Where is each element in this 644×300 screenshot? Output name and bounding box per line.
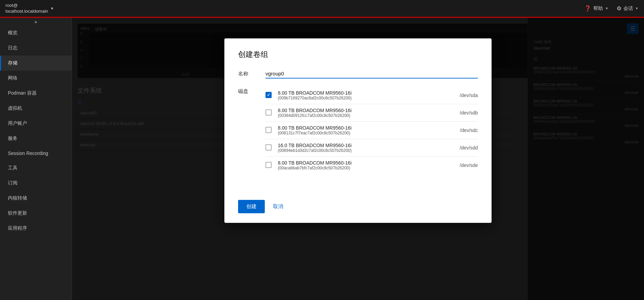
name-form-row: 名称: [238, 69, 478, 79]
name-input[interactable]: [265, 69, 478, 79]
disk-item-2: ✓ 8.00 TB BROADCOM MR9560-16i (008131c7f…: [265, 122, 478, 139]
session-button[interactable]: ⚙ 会话 ▼: [617, 5, 639, 12]
sidebar-item-subscriptions[interactable]: 订阅: [0, 176, 72, 191]
sidebar-item-podman[interactable]: Podman 容器: [0, 86, 72, 101]
modal-footer: 创建 取消: [224, 193, 492, 223]
sidebar-item-vm[interactable]: 虚拟机: [0, 101, 72, 116]
topbar: root@ localhost.localdomain ▼ ❓ 帮助 ▼ ⚙ 会…: [0, 0, 644, 18]
topbar-left: root@ localhost.localdomain ▼: [5, 3, 54, 14]
content-area: MiB/s 读取中 15:02: [72, 18, 644, 300]
sidebar-item-accounts[interactable]: 用户账户: [0, 116, 72, 131]
sidebar-item-tools[interactable]: 工具: [0, 160, 72, 176]
create-volume-group-modal: 创建卷组 名称 磁盘: [224, 38, 492, 223]
topbar-right: ❓ 帮助 ▼ ⚙ 会话 ▼: [584, 5, 639, 12]
chevron-down-icon[interactable]: ▼: [50, 6, 54, 11]
disk-item-3: ✓ 16.0 TB BROADCOM MR9560-16i (00894eb1d…: [265, 139, 478, 157]
disk-list: ✓ 8.00 TB BROADCOM MR9560-16i (009b71692…: [265, 87, 478, 174]
disk-2-name: 8.00 TB BROADCOM MR9560-16i: [278, 125, 450, 131]
sidebar-item-applications[interactable]: 应用程序: [0, 221, 72, 236]
disk-3-id: (00894eb1d3d2c7af2c00c8c507b26200): [278, 148, 450, 153]
disk-checkbox-2[interactable]: ✓: [265, 127, 272, 134]
sidebar: ▲ 概览 日志 存储 网络 Podman 容器 虚拟机 用户账户 服务 Sess…: [0, 18, 72, 300]
disk-checkbox-3[interactable]: ✓: [265, 144, 272, 151]
sidebar-scroll-up[interactable]: ▲: [0, 18, 72, 25]
disk-4-name: 8.00 TB BROADCOM MR9560-16i: [278, 160, 450, 166]
disk-3-info: 16.0 TB BROADCOM MR9560-16i (00894eb1d3d…: [278, 143, 450, 153]
disk-2-info: 8.00 TB BROADCOM MR9560-16i (008131c7f7e…: [278, 125, 450, 135]
disk-1-id: (00384d0912fcc7af2c00c8c507b26200): [278, 113, 450, 118]
cancel-button[interactable]: 取消: [270, 200, 286, 213]
disk-0-info: 8.00 TB BROADCOM MR9560-16i (009b7169270…: [278, 90, 450, 100]
disk-1-name: 8.00 TB BROADCOM MR9560-16i: [278, 108, 450, 113]
disk-3-dev: /dev/sdd: [450, 145, 478, 151]
modal-body: 创建卷组 名称 磁盘: [224, 38, 492, 193]
disk-checkbox-4[interactable]: ✓: [265, 162, 272, 169]
name-label: 名称: [238, 71, 265, 77]
hostname-display: root@ localhost.localdomain: [5, 3, 48, 14]
sidebar-item-storage[interactable]: 存储: [0, 56, 72, 71]
help-label: 帮助: [593, 5, 603, 12]
help-dropdown-arrow: ▼: [605, 7, 608, 10]
disk-4-id: (00acabbab7bfc7af2c00c8c507b26200): [278, 166, 450, 170]
disk-item-1: ✓ 8.00 TB BROADCOM MR9560-16i (00384d091…: [265, 104, 478, 122]
disk-1-dev: /dev/sdb: [450, 110, 478, 116]
disk-0-dev: /dev/sda: [450, 93, 478, 98]
gear-icon: ⚙: [617, 5, 621, 12]
modal-overlay: 创建卷组 名称 磁盘: [72, 18, 644, 300]
main-layout: ▲ 概览 日志 存储 网络 Podman 容器 虚拟机 用户账户 服务 Sess…: [0, 18, 644, 300]
disk-item-4: ✓ 8.00 TB BROADCOM MR9560-16i (00acabbab…: [265, 157, 478, 174]
disk-2-dev: /dev/sdc: [450, 128, 478, 133]
hostname: localhost.localdomain: [5, 9, 48, 14]
session-dropdown-arrow: ▼: [635, 7, 639, 10]
disk-checkbox-1[interactable]: ✓: [265, 109, 272, 116]
disk-checkbox-0[interactable]: ✓: [265, 92, 272, 99]
disk-3-name: 16.0 TB BROADCOM MR9560-16i: [278, 143, 450, 148]
disk-item-0: ✓ 8.00 TB BROADCOM MR9560-16i (009b71692…: [265, 87, 478, 104]
sidebar-item-services[interactable]: 服务: [0, 131, 72, 146]
modal-title: 创建卷组: [238, 49, 478, 60]
sidebar-item-overview[interactable]: 概览: [0, 25, 72, 40]
disk-4-dev: /dev/sde: [450, 163, 478, 168]
sidebar-item-network[interactable]: 网络: [0, 71, 72, 86]
disk-0-name: 8.00 TB BROADCOM MR9560-16i: [278, 90, 450, 96]
disk-form-row: 磁盘 ✓ 8.00 TB BROADCOM MR9560-1: [238, 87, 478, 174]
help-icon: ❓: [584, 5, 591, 12]
disk-2-id: (008131c7f7eac7af2c00c8c507b26200): [278, 131, 450, 135]
help-button[interactable]: ❓ 帮助 ▼: [584, 5, 608, 12]
disk-0-id: (009b7169270ac8af2c00c8c507b26200): [278, 96, 450, 100]
disk-label: 磁盘: [238, 87, 265, 95]
sidebar-item-session-recording[interactable]: Session Recording: [0, 146, 72, 160]
sidebar-item-kernel-dump[interactable]: 内核转储: [0, 191, 72, 206]
disk-4-info: 8.00 TB BROADCOM MR9560-16i (00acabbab7b…: [278, 160, 450, 170]
disk-1-info: 8.00 TB BROADCOM MR9560-16i (00384d0912f…: [278, 108, 450, 118]
sidebar-item-logs[interactable]: 日志: [0, 40, 72, 56]
username: root@: [5, 3, 48, 9]
session-label: 会话: [623, 5, 633, 12]
create-button[interactable]: 创建: [238, 200, 265, 213]
sidebar-item-software-updates[interactable]: 软件更新: [0, 206, 72, 221]
